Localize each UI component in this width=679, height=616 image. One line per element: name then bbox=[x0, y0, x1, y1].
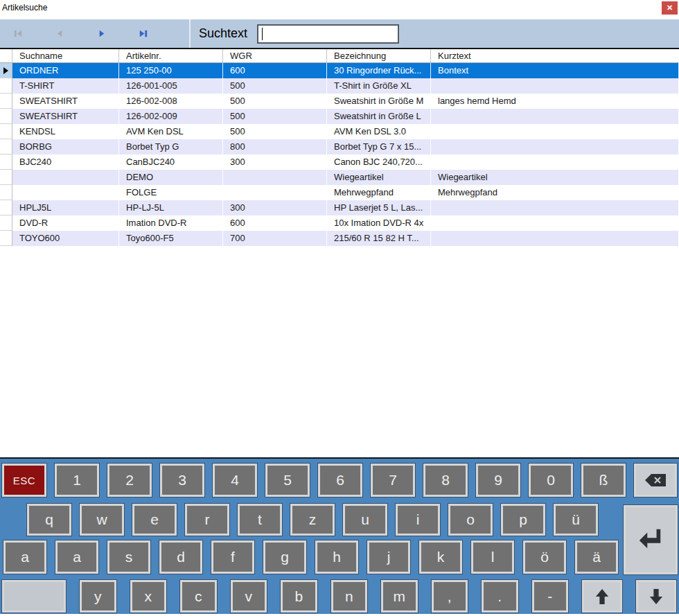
row-selector[interactable] bbox=[0, 155, 12, 170]
keyboard-row-asdf: aasdfghjklöä bbox=[0, 540, 679, 574]
key-p[interactable]: p bbox=[501, 504, 545, 536]
table-row[interactable]: HPLJ5L HP-LJ-5L 300 HP Laserjet 5 L, Las… bbox=[0, 200, 679, 215]
key-r[interactable]: r bbox=[185, 504, 229, 536]
key-d[interactable]: d bbox=[159, 540, 202, 574]
table-row[interactable]: FOLGE Mehrwegpfand Mehrwegpfand bbox=[0, 185, 679, 200]
cell-wgr: 500 bbox=[223, 94, 327, 109]
column-header-bezeichnung[interactable]: Bezeichnung bbox=[327, 49, 431, 63]
table-row[interactable]: TOYO600 Toyo600-F5 700 215/60 R 15 82 H … bbox=[0, 231, 679, 246]
cell-bezeichnung: HP Laserjet 5 L, Las... bbox=[327, 200, 431, 215]
key-blank[interactable] bbox=[2, 580, 66, 613]
table-row[interactable]: KENDSL AVM Ken DSL 500 AVM Ken DSL 3.0 bbox=[0, 124, 679, 139]
nav-previous-button[interactable] bbox=[54, 28, 65, 39]
key-h[interactable]: h bbox=[315, 540, 358, 574]
nav-next-button[interactable] bbox=[96, 28, 107, 39]
table-row[interactable]: T-SHIRT 126-001-005 500 T-Shirt in Größe… bbox=[0, 78, 679, 94]
row-selector[interactable] bbox=[0, 215, 12, 231]
column-header-artikelnr[interactable]: Artikelnr. bbox=[119, 49, 223, 63]
key-2[interactable]: 2 bbox=[107, 464, 152, 497]
key-w[interactable]: w bbox=[80, 504, 124, 536]
key-minus[interactable]: - bbox=[532, 580, 569, 613]
key-enter[interactable] bbox=[624, 505, 678, 574]
key-8[interactable]: 8 bbox=[423, 464, 468, 497]
key-6[interactable]: 6 bbox=[318, 464, 362, 497]
key-3[interactable]: 3 bbox=[160, 464, 204, 497]
key-k[interactable]: k bbox=[419, 540, 462, 574]
row-selector[interactable] bbox=[0, 63, 12, 78]
key-7[interactable]: 7 bbox=[371, 464, 415, 497]
table-row[interactable]: DVD-R Imation DVD-R 600 10x Imation DVD-… bbox=[0, 215, 679, 231]
key-c[interactable]: c bbox=[180, 580, 217, 613]
key-u-umlaut[interactable]: ü bbox=[554, 504, 598, 536]
cell-artikelnr: 126-001-005 bbox=[119, 78, 223, 94]
key-u[interactable]: u bbox=[343, 504, 387, 536]
key-5[interactable]: 5 bbox=[265, 464, 310, 497]
nav-last-button[interactable] bbox=[137, 28, 148, 39]
key-j[interactable]: j bbox=[367, 540, 410, 574]
suchtext-input[interactable] bbox=[257, 24, 399, 44]
key-9[interactable]: 9 bbox=[476, 464, 520, 497]
key-period[interactable]: . bbox=[482, 580, 518, 613]
close-button[interactable]: ✕ bbox=[662, 1, 678, 15]
key-o-umlaut[interactable]: ö bbox=[523, 540, 566, 574]
key-comma[interactable]: , bbox=[432, 580, 468, 613]
key-backspace[interactable] bbox=[634, 464, 677, 497]
table-row[interactable]: BORBG Borbet Typ G 800 Borbet Typ G 7 x … bbox=[0, 139, 679, 155]
backspace-icon bbox=[645, 474, 666, 486]
cell-wgr bbox=[223, 170, 327, 185]
key-f[interactable]: f bbox=[211, 540, 254, 574]
key-s[interactable]: s bbox=[107, 540, 150, 574]
key-a[interactable]: a bbox=[3, 540, 46, 574]
table-row[interactable]: DEMO Wiegeartikel Wiegeartikel bbox=[0, 170, 679, 185]
cell-kurztext bbox=[431, 155, 679, 170]
row-selector[interactable] bbox=[0, 231, 12, 246]
row-selector[interactable] bbox=[0, 200, 12, 215]
row-selector[interactable] bbox=[0, 109, 12, 124]
key-q[interactable]: q bbox=[27, 504, 71, 536]
cell-bezeichnung: Sweatshirt in Größe L bbox=[327, 109, 431, 124]
window-title: Artikelsuche bbox=[2, 3, 47, 12]
table-row[interactable]: BJC240 CanBJC240 300 Canon BJC 240,720..… bbox=[0, 155, 679, 170]
nav-first-button[interactable] bbox=[12, 28, 24, 39]
row-selector[interactable] bbox=[0, 124, 12, 139]
key-a-umlaut[interactable]: ä bbox=[575, 540, 618, 574]
key-b[interactable]: b bbox=[281, 580, 317, 613]
column-header-suchname[interactable]: Suchname bbox=[12, 49, 119, 63]
column-header-kurztext[interactable]: Kurztext bbox=[431, 49, 679, 63]
row-selector[interactable] bbox=[0, 185, 12, 200]
key-t[interactable]: t bbox=[238, 504, 282, 536]
cell-wgr: 600 bbox=[223, 63, 327, 78]
row-selector[interactable] bbox=[0, 139, 12, 155]
key-0[interactable]: 0 bbox=[529, 464, 573, 497]
key-arrow-down[interactable] bbox=[636, 580, 676, 613]
key-z[interactable]: z bbox=[290, 504, 335, 536]
table-row[interactable]: SWEATSHIRT 126-002-008 500 Sweatshirt in… bbox=[0, 94, 679, 109]
key-m[interactable]: m bbox=[381, 580, 418, 613]
key-eszett[interactable]: ß bbox=[581, 464, 626, 497]
cell-kurztext bbox=[431, 78, 679, 94]
table-row[interactable]: ORDNER 125 250-00 600 30 Ringordner Rück… bbox=[0, 63, 679, 78]
key-l[interactable]: l bbox=[471, 540, 514, 574]
key-i[interactable]: i bbox=[396, 504, 440, 536]
key-v[interactable]: v bbox=[231, 580, 267, 613]
suchtext-label: Suchtext bbox=[199, 26, 247, 41]
key-e[interactable]: e bbox=[132, 504, 177, 536]
key-y[interactable]: y bbox=[80, 580, 116, 613]
key-n[interactable]: n bbox=[331, 580, 368, 613]
cell-kurztext: Wiegeartikel bbox=[431, 170, 679, 185]
key-arrow-up[interactable] bbox=[582, 580, 622, 613]
key-o[interactable]: o bbox=[448, 504, 493, 536]
column-header-wgr[interactable]: WGR bbox=[223, 49, 327, 63]
row-selector[interactable] bbox=[0, 78, 12, 94]
key-1[interactable]: 1 bbox=[55, 464, 99, 497]
key-x[interactable]: x bbox=[130, 580, 167, 613]
table-row[interactable]: SWEATSHIRT 126-002-009 500 Sweatshirt in… bbox=[0, 109, 679, 124]
key-4[interactable]: 4 bbox=[213, 464, 257, 497]
key-esc[interactable]: ESC bbox=[2, 464, 46, 497]
cell-suchname: ORDNER bbox=[12, 63, 119, 78]
nav-previous-icon bbox=[55, 28, 65, 39]
row-selector[interactable] bbox=[0, 94, 12, 109]
key-a[interactable]: a bbox=[55, 540, 98, 574]
key-g[interactable]: g bbox=[263, 540, 306, 574]
row-selector[interactable] bbox=[0, 170, 12, 185]
